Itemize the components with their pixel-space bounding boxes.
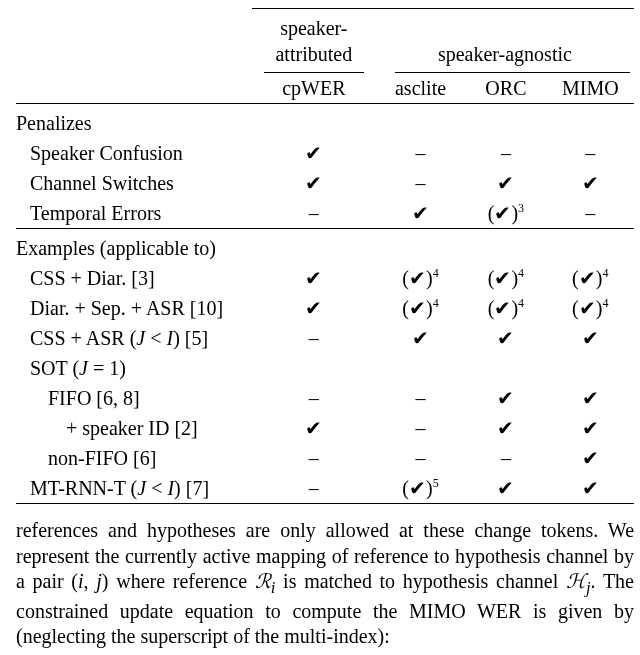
- cell-asc: ✔: [376, 198, 465, 229]
- cell-asc: ✔: [376, 323, 465, 353]
- row-label: CSS + ASR (J < I) [5]: [16, 323, 252, 353]
- cell-mimo: ✔: [547, 383, 634, 413]
- cell-orc: [465, 353, 546, 383]
- table-row: CSS + Diar. [3] ✔ (✔)4 (✔)4 (✔)4: [16, 263, 634, 293]
- col-mimo: MIMO: [547, 73, 634, 104]
- cell-cp: ✔: [252, 413, 376, 443]
- cell-orc: ✔: [465, 323, 546, 353]
- cell-mimo: ✔: [547, 323, 634, 353]
- section-examples: Examples (applicable to): [16, 233, 252, 263]
- metrics-table: speaker-attributed speaker-agnostic cpWE…: [16, 8, 634, 508]
- row-label: CSS + Diar. [3]: [16, 263, 252, 293]
- cell-cp: [252, 353, 376, 383]
- cell-orc: (✔)4: [465, 263, 546, 293]
- cell-cp: ✔: [252, 168, 376, 198]
- cell-cp: ✔: [252, 263, 376, 293]
- section-penalizes: Penalizes: [16, 108, 252, 138]
- cell-orc: ✔: [465, 383, 546, 413]
- cell-mimo: (✔)4: [547, 263, 634, 293]
- table-row: FIFO [6, 8] – – ✔ ✔: [16, 383, 634, 413]
- table-row: + speaker ID [2] ✔ – ✔ ✔: [16, 413, 634, 443]
- row-label: Channel Switches: [16, 168, 252, 198]
- table-row: MT-RNN-T (J < I) [7] – (✔)5 ✔ ✔: [16, 473, 634, 504]
- table-row: Speaker Confusion ✔ – – –: [16, 138, 634, 168]
- cell-asc: –: [376, 168, 465, 198]
- cell-cp: –: [252, 323, 376, 353]
- row-label: Speaker Confusion: [16, 138, 252, 168]
- col-orc: ORC: [465, 73, 546, 104]
- row-label: Temporal Errors: [16, 198, 252, 229]
- cell-asc: (✔)5: [376, 473, 465, 504]
- cell-orc: (✔)4: [465, 293, 546, 323]
- table-row: Temporal Errors – ✔ (✔)3 –: [16, 198, 634, 229]
- col-cpwer: cpWER: [252, 73, 376, 104]
- row-label: FIFO [6, 8]: [16, 383, 252, 413]
- row-label: non-FIFO [6]: [16, 443, 252, 473]
- table-row: SOT (J = 1): [16, 353, 634, 383]
- cell-mimo: ✔: [547, 473, 634, 504]
- cell-cp: ✔: [252, 293, 376, 323]
- cell-cp: –: [252, 443, 376, 473]
- col-asclite: asclite: [376, 73, 465, 104]
- body-paragraph: references and hypotheses are only allow…: [16, 518, 634, 650]
- cell-cp: –: [252, 473, 376, 504]
- cell-mimo: ✔: [547, 443, 634, 473]
- cell-orc: –: [465, 443, 546, 473]
- cell-asc: (✔)4: [376, 263, 465, 293]
- table-row: Channel Switches ✔ – ✔ ✔: [16, 168, 634, 198]
- header-group-speaker-agnostic: speaker-agnostic: [376, 13, 634, 69]
- cell-cp: ✔: [252, 138, 376, 168]
- cell-mimo: (✔)4: [547, 293, 634, 323]
- cell-mimo: [547, 353, 634, 383]
- cell-orc: ✔: [465, 413, 546, 443]
- table-row: non-FIFO [6] – – – ✔: [16, 443, 634, 473]
- cell-orc: –: [465, 138, 546, 168]
- cell-cp: –: [252, 198, 376, 229]
- cell-asc: –: [376, 383, 465, 413]
- cell-mimo: –: [547, 198, 634, 229]
- cell-asc: [376, 353, 465, 383]
- row-label: MT-RNN-T (J < I) [7]: [16, 473, 252, 504]
- cell-asc: –: [376, 413, 465, 443]
- table-row: CSS + ASR (J < I) [5] – ✔ ✔ ✔: [16, 323, 634, 353]
- header-group-speaker-attributed: speaker-attributed: [252, 13, 376, 69]
- row-label: SOT (J = 1): [16, 353, 252, 383]
- row-label: Diar. + Sep. + ASR [10]: [16, 293, 252, 323]
- cell-orc: ✔: [465, 168, 546, 198]
- cell-mimo: ✔: [547, 413, 634, 443]
- cell-asc: (✔)4: [376, 293, 465, 323]
- cell-mimo: ✔: [547, 168, 634, 198]
- cell-asc: –: [376, 138, 465, 168]
- cell-asc: –: [376, 443, 465, 473]
- cell-orc: (✔)3: [465, 198, 546, 229]
- cell-mimo: –: [547, 138, 634, 168]
- cell-orc: ✔: [465, 473, 546, 504]
- cell-cp: –: [252, 383, 376, 413]
- row-label: + speaker ID [2]: [16, 413, 252, 443]
- table-row: Diar. + Sep. + ASR [10] ✔ (✔)4 (✔)4 (✔)4: [16, 293, 634, 323]
